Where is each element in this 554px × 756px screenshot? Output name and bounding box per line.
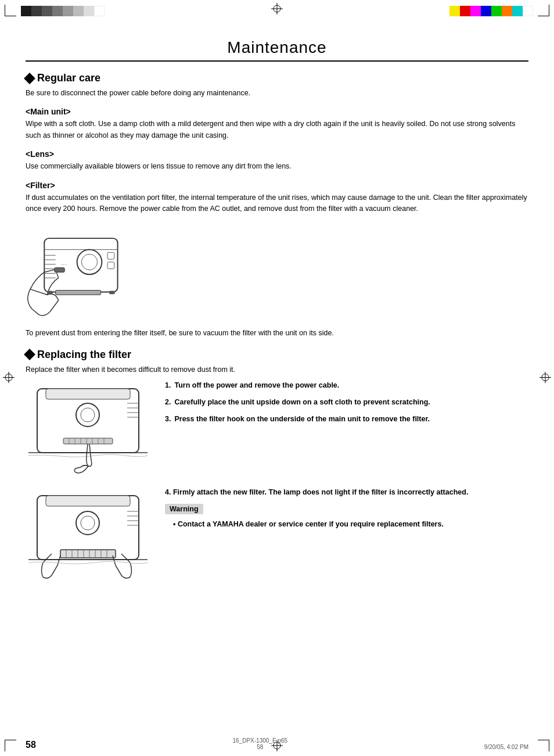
step-3-num: 3.	[165, 414, 171, 425]
replacing-row-1: 1. Turn off the power and remove the pow…	[26, 380, 528, 478]
svg-text:• • •: • • •	[61, 263, 66, 266]
crosshair-right	[539, 371, 551, 385]
corner-mark-bl	[5, 740, 16, 751]
footer-filename: 16_DPX-1300_E.p65	[233, 737, 288, 744]
footer-date: 9/20/05, 4:02 PM	[484, 744, 528, 750]
diamond-icon-2	[24, 349, 35, 360]
corner-mark-tl	[5, 5, 16, 16]
page-footer: 58 16_DPX-1300_E.p65 58 9/20/05, 4:02 PM	[26, 737, 528, 750]
svg-rect-27	[56, 291, 101, 295]
regular-care-intro: Be sure to disconnect the power cable be…	[26, 88, 528, 99]
warning-contact: • Contact a YAMAHA dealer or service cen…	[173, 519, 528, 530]
contact-text: Contact a YAMAHA dealer or service cente…	[178, 520, 444, 528]
svg-point-60	[76, 511, 99, 535]
section-replacing-filter: Replacing the filter	[26, 349, 528, 361]
svg-point-21	[81, 255, 97, 270]
svg-point-61	[81, 516, 95, 530]
step-1: 1. Turn off the power and remove the pow…	[165, 380, 528, 391]
sub-heading-filter: <Filter>	[26, 181, 528, 190]
lens-text: Use commercially available blowers or le…	[26, 161, 528, 172]
step-1-num: 1.	[165, 380, 171, 391]
filter-caption: To prevent dust from entering the filter…	[26, 328, 528, 339]
replacing-image-1	[26, 380, 153, 478]
step-4: 4. Firmly attach the new filter. The lam…	[165, 487, 528, 498]
footer-center: 16_DPX-1300_E.p65 58	[233, 737, 288, 750]
bullet-icon: •	[173, 520, 175, 528]
section-regular-care: Regular care	[26, 72, 528, 84]
filter-clean-illustration: • • • · ·	[26, 221, 153, 322]
step-1-text: Turn off the power and remove the power …	[174, 380, 339, 391]
svg-rect-23	[107, 262, 114, 269]
svg-rect-22	[107, 253, 114, 260]
svg-rect-29	[109, 291, 115, 295]
color-bars-right	[449, 6, 533, 16]
svg-rect-51	[60, 550, 116, 558]
crosshair-top	[271, 3, 283, 16]
corner-mark-br	[538, 740, 549, 751]
replacing-filter-intro: Replace the filter when it becomes diffi…	[26, 364, 528, 375]
svg-point-41	[76, 403, 99, 427]
svg-rect-12	[44, 238, 117, 292]
svg-point-20	[77, 250, 102, 275]
warning-label: Warning	[170, 505, 199, 513]
step-3: 3. Press the filter hook on the undersid…	[165, 414, 528, 425]
svg-rect-24	[55, 268, 64, 273]
svg-point-42	[81, 408, 95, 422]
svg-rect-32	[46, 389, 130, 399]
step-4-text: Firmly attach the new filter. The lamp d…	[173, 488, 468, 496]
title-rule	[26, 60, 528, 62]
main-unit-text: Wipe with a soft cloth. Use a damp cloth…	[26, 119, 528, 141]
step-3-text: Press the filter hook on the underside o…	[174, 414, 430, 425]
footer-page-number: 58	[26, 740, 36, 750]
svg-text:· ·: · ·	[59, 259, 61, 261]
svg-rect-33	[63, 438, 113, 444]
steps-list-1-3: 1. Turn off the power and remove the pow…	[165, 380, 528, 478]
svg-rect-50	[46, 496, 130, 506]
step-2: 2. Carefully place the unit upside down …	[165, 397, 528, 408]
replacing-row-2: 4. Firmly attach the new filter. The lam…	[26, 487, 528, 605]
filter-text: If dust accumulates on the ventilation p…	[26, 192, 528, 215]
step-2-num: 2.	[165, 397, 171, 408]
filter-clean-illustration-container: • • • · ·	[26, 221, 528, 322]
color-bars-left	[21, 6, 105, 16]
replacing-image-2	[26, 487, 153, 605]
sub-heading-lens: <Lens>	[26, 149, 528, 159]
corner-mark-tr	[538, 5, 549, 16]
warning-badge: Warning	[165, 504, 203, 514]
step-2-text: Carefully place the unit upside down on …	[174, 397, 430, 408]
step4-content: 4. Firmly attach the new filter. The lam…	[165, 487, 528, 605]
step-4-num: 4.	[165, 488, 171, 496]
crosshair-left	[3, 371, 15, 385]
sub-heading-main-unit: <Main unit>	[26, 107, 528, 116]
page-content: Maintenance Regular care Be sure to disc…	[26, 28, 528, 730]
svg-rect-28	[47, 291, 53, 295]
diamond-icon	[24, 73, 35, 84]
page-title: Maintenance	[26, 38, 528, 57]
footer-center-page: 58	[233, 744, 288, 750]
